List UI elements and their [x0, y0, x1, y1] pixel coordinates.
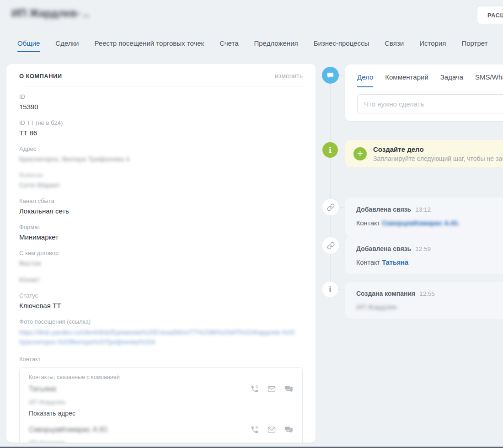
composer-tab-bar: ДелоКомментарийЗадачаSMS/WhatsApp — [345, 64, 503, 87]
tab-obshchie[interactable]: Общие — [17, 39, 40, 52]
show-address-link[interactable]: Показать адрес — [29, 410, 75, 417]
entry-time: 12:59 — [415, 245, 431, 252]
contact-row: ТатьянаИП Жардлев-Показать адрес — [29, 384, 293, 417]
company-card-title: О КОМПАНИИ — [19, 73, 62, 80]
composer-tab-sms-whatsapp[interactable]: SMS/WhatsApp — [475, 73, 503, 87]
field-label: ID ТТ (не в б24) — [19, 119, 303, 126]
field-label: Статус — [19, 292, 303, 299]
field-label: Канал сбыта — [19, 197, 303, 204]
expand-mode-button[interactable]: РАСШИРЕННЫЙ — [477, 6, 503, 24]
field-value: Юнэкт — [19, 276, 303, 283]
edit-link[interactable]: изменить — [275, 72, 303, 80]
entry-title: Добавлена связь — [356, 245, 411, 252]
tab-scheta[interactable]: Счета — [219, 39, 238, 52]
field-label: Формат — [19, 224, 303, 230]
related-contacts-label: Контакты, связанные с компанией — [29, 374, 293, 380]
todo-input[interactable] — [357, 94, 503, 113]
entry-body: ИП Жардлев- — [356, 304, 503, 311]
contact-company: ИП Жардлев- — [29, 399, 293, 405]
field-adres: АдресКрасногорск, Вилора Трифонова 4 — [19, 145, 303, 163]
tab-predlozheniya[interactable]: Предложения — [254, 39, 298, 52]
field-id-tt: ID ТТ (не в б24)ТТ 86 — [19, 119, 303, 137]
chat-bubble-icon — [322, 67, 339, 84]
mail-icon[interactable] — [267, 384, 276, 394]
tab-svyazi[interactable]: Связи — [385, 39, 404, 52]
field-status: СтатусКлючевая ТТ — [19, 292, 303, 309]
field-format: ФорматМинимаркет — [19, 224, 303, 241]
field-dogovor-2: Юнэкт — [19, 276, 303, 283]
entry-title: Добавлена связь — [356, 206, 411, 213]
phone-icon[interactable] — [250, 425, 259, 434]
page-title: ИП Жардлев- .. — [11, 7, 89, 20]
timeline-entry: Добавлена связь12:59Контакт Татьяна — [345, 237, 503, 274]
timeline-line — [330, 78, 331, 289]
info-icon: i — [322, 142, 338, 158]
field-label: ID — [19, 93, 303, 100]
field-vyveska: ВывескаСити Маркет — [19, 171, 303, 189]
field-id: ID15390 — [19, 93, 303, 111]
link-icon — [322, 237, 339, 254]
field-foto-poseshcheniya: Фото посещения (ссылка)https://disk.yand… — [19, 318, 303, 347]
field-value: Восток — [19, 259, 303, 267]
plus-icon: + — [353, 147, 367, 160]
field-value: Минимаркет — [19, 233, 303, 241]
field-value: ТТ 86 — [19, 129, 303, 137]
contact-company: ИП Жардлев- — [29, 439, 293, 443]
entry-link[interactable]: СкворцовКомарас А.Ю. — [382, 219, 459, 227]
field-s-kem-dogovor: С кем договорВосток — [19, 250, 303, 267]
info-icon: i — [322, 282, 338, 297]
timeline-composer-card: ДелоКомментарийЗадачаSMS/WhatsApp — [345, 64, 503, 121]
related-contacts-card: Контакты, связанные с компанией ТатьянаИ… — [19, 367, 303, 443]
banner-text: Создайте дело Запланируйте следующий шаг… — [373, 145, 503, 162]
timeline-entry: Создана компания12:55ИП Жардлев- — [345, 282, 503, 319]
field-label: Вывеска — [19, 171, 303, 178]
tab-sdelki[interactable]: Сделки — [55, 39, 79, 52]
field-value: 15390 — [19, 103, 303, 111]
contact-name[interactable]: Татьяна — [29, 385, 56, 393]
field-kanal-sbyta: Канал сбытаЛокальная сеть — [19, 197, 303, 215]
tab-reestr-poseshchenij[interactable]: Реестр посещений торговых точек — [94, 39, 204, 52]
entry-link[interactable]: Татьяна — [382, 259, 408, 266]
entry-body: Контакт Татьяна — [356, 259, 503, 266]
composer-tab-zadacha[interactable]: Задача — [440, 73, 463, 87]
entry-title: Создана компания — [356, 290, 415, 297]
composer-tab-kommentarij[interactable]: Комментарий — [385, 73, 428, 87]
entry-time: 12:55 — [419, 290, 435, 297]
banner-title: Создайте дело — [373, 145, 503, 153]
tab-biznes-processy[interactable]: Бизнес-процессы — [314, 39, 369, 52]
field-value: Ключевая ТТ — [19, 302, 303, 309]
company-fields: ID15390ID ТТ (не в б24)ТТ 86АдресКрасног… — [19, 86, 303, 347]
mail-icon[interactable] — [267, 425, 276, 434]
chat-icon[interactable] — [284, 425, 293, 434]
create-activity-banner[interactable]: + Создайте дело Запланируйте следующий ш… — [345, 140, 503, 167]
contact-row: СкворцовКомарас А.Ю.ИП Жардлев-Показать … — [29, 425, 293, 443]
chat-icon[interactable] — [284, 384, 293, 394]
contact-field-label: Контакт — [19, 356, 303, 363]
field-link-value[interactable]: https://disk.yandex.ru/client/disk/Ереме… — [19, 328, 297, 347]
phone-icon[interactable] — [250, 384, 259, 394]
field-label: С кем договор — [19, 250, 303, 256]
field-value: Красногорск, Вилора Трифонова 4 — [19, 155, 303, 163]
composer-tab-delo[interactable]: Дело — [357, 73, 373, 87]
banner-subtitle: Запланируйте следующий шаг, чтобы не заб… — [373, 155, 503, 162]
entry-body: Контакт СкворцовКомарас А.Ю. — [356, 219, 503, 227]
entry-time: 13:12 — [415, 206, 431, 213]
tab-portret[interactable]: Портрет — [461, 39, 487, 52]
timeline-entry: Добавлена связь13:12Контакт СкворцовКома… — [345, 197, 503, 237]
link-icon — [322, 199, 339, 215]
field-value: Локальная сеть — [19, 207, 303, 215]
field-label: Фото посещения (ссылка) — [19, 318, 303, 325]
contact-name[interactable]: СкворцовКомарас А.Ю. — [29, 426, 109, 434]
company-card-header: О КОМПАНИИ изменить — [19, 64, 303, 86]
field-value: Сити Маркет — [19, 181, 303, 189]
tab-bar: ОбщиеСделкиРеестр посещений торговых точ… — [17, 39, 488, 52]
tab-istoriya[interactable]: История — [419, 39, 446, 52]
field-label: Адрес — [19, 145, 303, 152]
entry-link: ИП Жардлев- — [356, 304, 398, 311]
company-info-card: О КОМПАНИИ изменить ID15390ID ТТ (не в б… — [6, 64, 316, 443]
